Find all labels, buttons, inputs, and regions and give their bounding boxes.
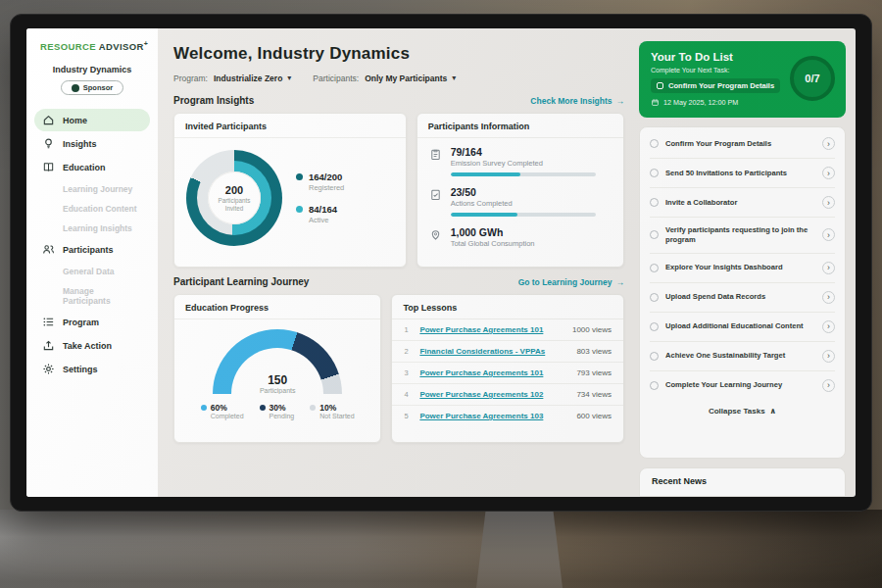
arrow-right-icon: → [616,277,625,287]
sponsor-badge: Sponsor [61,80,123,95]
task-checkbox[interactable] [650,198,659,207]
todo-task-list: Confirm Your Program Details › Send 50 I… [639,126,846,459]
task-checkbox[interactable] [650,139,659,148]
task-checkbox[interactable] [650,352,659,361]
lesson-link[interactable]: Power Purchase Agreements 101 [419,325,564,334]
sponsor-badge-label: Sponsor [83,83,113,92]
chevron-right-icon[interactable]: › [822,350,835,363]
calendar-icon [651,98,660,107]
task-row[interactable]: Explore Your Insights Dashboard › [650,254,835,283]
arrow-right-icon: → [616,96,625,106]
legend-item-pending: 30% Pending [260,403,295,419]
next-task-chip[interactable]: Confirm Your Program Details [651,78,780,93]
task-row[interactable]: Upload Additional Educational Content › [650,313,835,342]
task-row[interactable]: Complete Your Learning Journey › [650,371,835,400]
task-row[interactable]: Achieve One Sustainability Target › [650,342,835,371]
nav-label: Education [63,163,106,172]
lesson-row[interactable]: 5 Power Purchase Agreements 103 600 view… [392,406,623,426]
lesson-row[interactable]: 2 Financial Considerations - VPPAs 803 v… [392,341,623,363]
sidebar-item-learning-journey[interactable]: Learning Journey [34,179,150,198]
participants-information-card: Participants Information 79/164 Emission… [416,113,624,268]
participants-filter-label: Participants: [313,74,359,83]
actions-progress-track [451,213,596,217]
org-name: Industry Dynamics [34,65,150,74]
nav-label: Learning Journey [63,184,132,194]
lightbulb-icon [42,137,55,150]
home-icon [42,114,55,126]
section-title: Participant Learning Journey [173,276,309,287]
nav-label: Take Action [63,341,112,351]
chevron-right-icon[interactable]: › [822,320,835,333]
participants-select[interactable]: Only My Participants ▾ [365,74,456,83]
task-row[interactable]: Verify participants requesting to join t… [650,218,835,254]
card-title: Top Lessons [392,295,623,319]
program-select[interactable]: Industrialize Zero ▾ [214,74,291,83]
lesson-link[interactable]: Power Purchase Agreements 101 [419,368,568,377]
sidebar-item-learning-insights[interactable]: Learning Insights [34,219,150,237]
todo-progress-badge: 0/7 [790,56,835,101]
todo-summary-card: Your To Do List Complete Your Next Task:… [639,41,846,118]
task-checkbox[interactable] [650,264,659,272]
chevron-right-icon[interactable]: › [822,137,835,150]
gear-icon [42,363,55,375]
sidebar-item-participants[interactable]: Participants [34,238,150,261]
task-row[interactable]: Invite a Collaborator › [650,188,835,218]
education-gauge-center: 150 Participants [213,373,342,394]
task-checkbox[interactable] [650,322,659,331]
task-checkbox[interactable] [650,293,659,302]
recent-news-card: Recent News [639,467,846,497]
task-row[interactable]: Upload Spend Data Records › [650,283,835,313]
nav-label: Program [63,318,99,327]
page-title: Welcome, Industry Dynamics [173,44,624,64]
sidebar-item-education-content[interactable]: Education Content [34,199,150,218]
sidebar-item-program[interactable]: Program [34,311,150,333]
nav-label: Education Content [63,204,137,214]
legend-item-completed: 60% Completed [201,403,244,419]
legend-item-active: 84/164 Active [296,204,344,224]
chevron-right-icon[interactable]: › [822,379,835,392]
sidebar-item-manage-participants[interactable]: Manage Participants [34,281,150,310]
sidebar-item-insights[interactable]: Insights [34,132,150,155]
lesson-row[interactable]: 1 Power Purchase Agreements 101 1000 vie… [392,319,623,341]
task-row[interactable]: Send 50 Invitations to Participants › [650,159,835,188]
consumption-row: 1,000 GWh Total Global Consumption [417,219,623,250]
chevron-right-icon[interactable]: › [822,262,835,274]
main-content: Welcome, Industry Dynamics Program: Indu… [158,28,636,497]
actions-completed-row: 23/50 Actions Completed [417,178,623,219]
check-more-insights-link[interactable]: Check More Insights → [530,96,624,106]
sidebar-item-take-action[interactable]: Take Action [34,334,150,357]
sidebar-item-settings[interactable]: Settings [34,358,150,380]
chevron-right-icon[interactable]: › [822,228,835,241]
monitor-frame: RESOURCE ADVISOR+ Industry Dynamics Spon… [10,14,872,512]
dashboard-screen: RESOURCE ADVISOR+ Industry Dynamics Spon… [26,28,856,497]
invited-center-value: 200 [225,184,243,196]
chevron-right-icon[interactable]: › [822,167,835,179]
checkbox-icon[interactable] [657,82,663,89]
lesson-link[interactable]: Power Purchase Agreements 103 [419,412,568,420]
task-checkbox[interactable] [650,230,659,239]
lesson-link[interactable]: Financial Considerations - VPPAs [419,347,568,356]
invited-donut-outer: 200 Participants Invited [186,150,282,246]
recent-news-title: Recent News [652,476,707,486]
lesson-link[interactable]: Power Purchase Agreements 102 [419,390,568,399]
task-row[interactable]: Confirm Your Program Details › [650,129,835,159]
sidebar-item-general-data[interactable]: General Data [34,262,150,280]
lesson-row[interactable]: 3 Power Purchase Agreements 101 793 view… [392,363,623,384]
invited-legend: 164/200 Registered 84/164 Active [296,172,344,224]
invited-donut-center: 200 Participants Invited [208,172,261,224]
chevron-right-icon[interactable]: › [822,196,835,209]
collapse-tasks-button[interactable]: Collapse Tasks ∧ [650,400,835,419]
nav-label: Learning Insights [63,223,132,233]
lesson-row[interactable]: 4 Power Purchase Agreements 102 734 view… [392,384,623,406]
task-checkbox[interactable] [650,169,659,177]
task-checkbox[interactable] [650,381,659,390]
sidebar-item-home[interactable]: Home [34,109,150,131]
chevron-right-icon[interactable]: › [822,291,835,304]
emission-survey-row: 79/164 Emission Survey Completed [417,138,623,178]
registered-dot [296,173,303,180]
sidebar: RESOURCE ADVISOR+ Industry Dynamics Spon… [26,28,158,497]
sidebar-item-education[interactable]: Education [34,156,150,178]
learning-journey-header: Participant Learning Journey Go to Learn… [173,276,624,287]
go-to-learning-journey-link[interactable]: Go to Learning Journey → [518,277,624,287]
desk-background [0,510,882,588]
